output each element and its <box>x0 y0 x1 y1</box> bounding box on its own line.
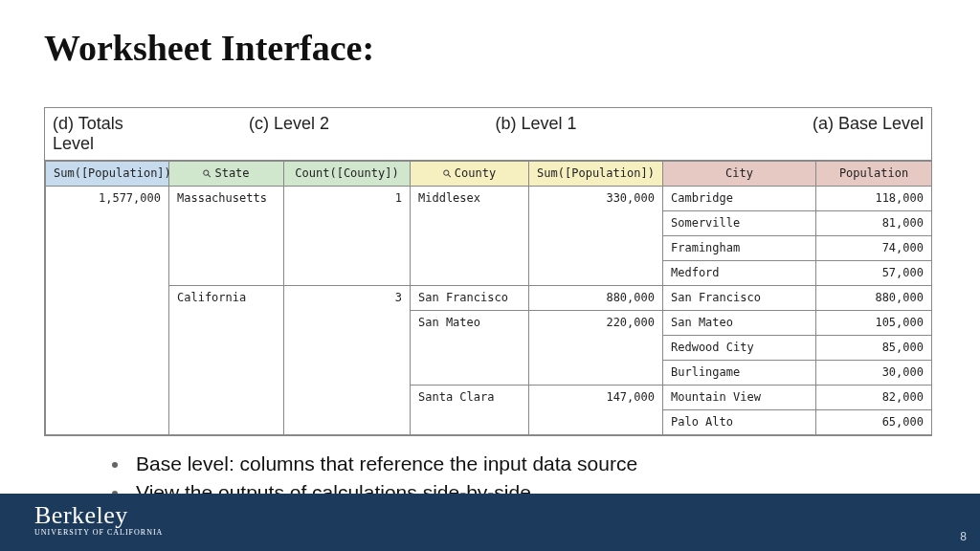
cell-pop: 105,000 <box>816 311 932 336</box>
table-row: California 3 San Francisco 880,000 San F… <box>46 286 932 311</box>
slide-title: Worksheet Interface: <box>44 27 374 69</box>
cell-city: Mountain View <box>663 386 816 410</box>
level-label-b: (b) Level 1 <box>410 108 662 160</box>
col-header-sum-pop-d: Sum([Population]) <box>46 162 169 187</box>
col-header-count-county: Count([County]) <box>284 162 411 187</box>
key-icon: ⚲ <box>439 166 454 181</box>
key-icon: ⚲ <box>200 166 214 181</box>
logo-subtext: UNIVERSITY OF CALIFORNIA <box>34 528 163 537</box>
cell-county: Middlesex <box>411 187 529 286</box>
cell-sumpop: 330,000 <box>529 187 663 286</box>
page-number: 8 <box>960 530 967 543</box>
cell-pop: 30,000 <box>816 361 932 386</box>
cell-city: Medford <box>663 261 816 286</box>
col-header-state: ⚲State <box>169 162 284 187</box>
worksheet-table: Sum([Population]) ⚲State Count([County])… <box>45 161 932 435</box>
level-labels-row: (d) Totals Level (c) Level 2 (b) Level 1… <box>45 108 931 161</box>
cell-city: San Francisco <box>663 286 816 311</box>
col-header-sum-pop-b: Sum([Population]) <box>529 162 663 187</box>
cell-pop: 880,000 <box>816 286 932 311</box>
col-header-city: City <box>663 162 816 187</box>
bullet-item: Base level: columns that reference the i… <box>130 452 637 475</box>
table-row: 1,577,000 Massachusetts 1 Middlesex 330,… <box>46 187 932 211</box>
cell-sumpop: 147,000 <box>529 386 663 435</box>
cell-pop: 85,000 <box>816 336 932 361</box>
cell-city: Somerville <box>663 211 816 236</box>
cell-pop: 118,000 <box>816 187 932 211</box>
cell-city: Burlingame <box>663 361 816 386</box>
cell-city: Framingham <box>663 236 816 261</box>
cell-sumpop: 220,000 <box>529 311 663 386</box>
col-header-county: ⚲County <box>411 162 529 187</box>
worksheet-table-container: (d) Totals Level (c) Level 2 (b) Level 1… <box>44 107 932 436</box>
logo-text: Berkeley <box>34 501 163 530</box>
cell-county: San Mateo <box>411 311 529 386</box>
cell-pop: 65,000 <box>816 410 932 435</box>
cell-city: San Mateo <box>663 311 816 336</box>
col-header-population: Population <box>816 162 932 187</box>
cell-count: 1 <box>284 187 411 286</box>
cell-city: Cambridge <box>663 187 816 211</box>
cell-sumpop: 880,000 <box>529 286 663 311</box>
cell-pop: 74,000 <box>816 236 932 261</box>
table-body: 1,577,000 Massachusetts 1 Middlesex 330,… <box>46 187 932 435</box>
cell-totals-sumpop: 1,577,000 <box>46 187 169 435</box>
cell-county: San Francisco <box>411 286 529 311</box>
cell-pop: 82,000 <box>816 386 932 410</box>
level-label-a: (a) Base Level <box>662 108 931 160</box>
cell-state: California <box>169 286 284 435</box>
level-label-c: (c) Level 2 <box>168 108 410 160</box>
level-label-d: (d) Totals Level <box>45 108 168 160</box>
header-row: Sum([Population]) ⚲State Count([County])… <box>46 162 932 187</box>
cell-city: Palo Alto <box>663 410 816 435</box>
slide-footer: Berkeley UNIVERSITY OF CALIFORNIA 8 <box>0 494 980 551</box>
cell-city: Redwood City <box>663 336 816 361</box>
berkeley-logo: Berkeley UNIVERSITY OF CALIFORNIA <box>34 501 163 537</box>
cell-count: 3 <box>284 286 411 435</box>
cell-pop: 57,000 <box>816 261 932 286</box>
cell-state: Massachusetts <box>169 187 284 286</box>
cell-county: Santa Clara <box>411 386 529 435</box>
cell-pop: 81,000 <box>816 211 932 236</box>
